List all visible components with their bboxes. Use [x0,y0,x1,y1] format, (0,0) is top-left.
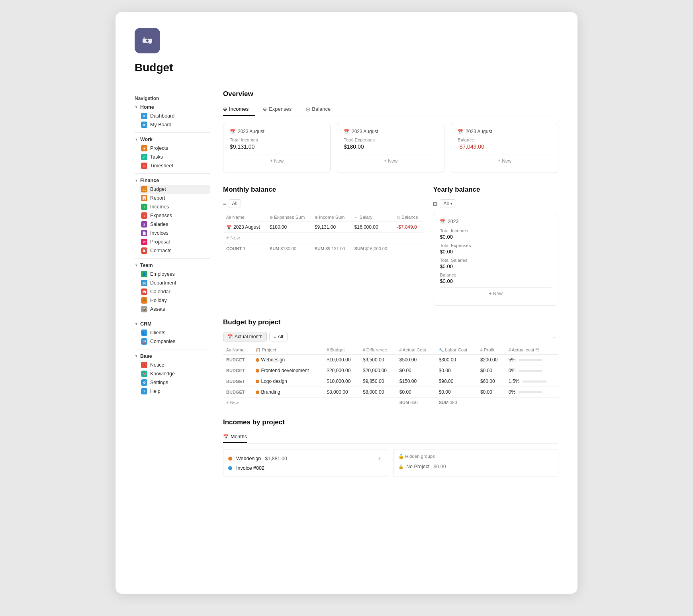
budget-project-section: Budget by project 📅 Actual month ≡ All +… [223,318,558,407]
sidebar-item-tasks[interactable]: ✓ Tasks [139,153,210,161]
tab-months[interactable]: 📅 Months [223,432,247,443]
sidebar-item-projects-label: Projects [150,145,168,151]
col-profit-header: # Profit [477,345,505,355]
col-name: AaName [223,213,266,222]
pf-empty5 [505,398,558,408]
calendar-icon: 📅 [141,288,147,295]
balance-card-new-btn[interactable]: + New [458,155,552,167]
sidebar-item-salaries[interactable]: $ Salaries [139,220,210,229]
tab-all[interactable]: ≡ All [269,332,288,341]
list-tab-icon: ≡ [274,334,276,339]
yearly-filter-btn[interactable]: All ▾ [440,199,456,208]
more-options-btn[interactable]: ··· [550,334,558,340]
expenses-card: 📅 2023 August Total Expenses $180.00 + N… [337,123,444,173]
nav-group-finance-header[interactable]: ▼ Finance [135,177,210,184]
nav-group-base-header[interactable]: ▼ Base [135,353,210,360]
sidebar-item-dashboard[interactable]: ⊞ Dashboard [139,112,210,120]
nav-group-home-header[interactable]: ▼ Home [135,104,210,111]
sidebar-item-projects[interactable]: ◈ Projects [139,144,210,153]
divider [135,173,210,174]
sidebar-item-clients[interactable]: 👥 Clients [139,328,210,337]
yearly-balance-panel: Yearly balance ⊞ All ▾ 📅 2023 [433,186,558,306]
companies-icon: 🏭 [141,338,147,345]
monthly-table-body: 📅2023 August $180.00 $9,131.00 $16,000.0… [223,222,423,243]
sidebar-item-tasks-label: Tasks [150,154,163,160]
project-table-footer: + New SUM 650 SUM 390 [223,398,558,408]
new-row-btn[interactable]: + New [223,233,423,243]
contracts-icon: 📋 [141,247,147,254]
row-project: Logo design [253,376,323,387]
pf-empty4 [477,398,505,408]
sidebar-item-timesheet[interactable]: ⏱ Timesheet [139,161,210,170]
sidebar-item-invoices[interactable]: 📄 Invoices [139,229,210,237]
sidebar-item-contracts[interactable]: 📋 Contracts [139,246,210,255]
sidebar-item-department[interactable]: 🏢 Department [139,279,210,287]
project-footer-new[interactable]: + New [223,398,253,408]
col-expenses: ⊖ Expenses Sum [266,213,311,222]
progress-bar [519,359,542,361]
sidebar-item-knowledge[interactable]: 📚 Knowledge [139,369,210,378]
overview-section: Overview ⊕ Incomes ⊖ Expenses ◎ Balance [223,90,558,173]
sidebar-item-myboard-label: My Board [150,122,172,128]
balance-tab-icon: ◎ [306,106,310,112]
sidebar-item-calendar[interactable]: 📅 Calendar [139,287,210,296]
yearly-row-value: $0.00 [440,249,552,255]
tab-balance[interactable]: ◎ Balance [306,104,337,116]
col-balance: ◎ Balance [393,213,423,222]
add-col-btn[interactable]: + [542,334,548,340]
footer-sum2: SUM $9,131.00 [311,243,351,254]
table-new-row[interactable]: + New [223,233,423,243]
sidebar-item-holiday[interactable]: 🌴 Holiday [139,296,210,305]
sidebar-item-incomes-label: Incomes [150,204,169,210]
sidebar-item-budget[interactable]: 💰 Budget [139,185,210,194]
knowledge-icon: 📚 [141,371,147,377]
row-labor-cost: $90.00 [436,376,477,387]
expenses-card-new-btn[interactable]: + New [344,155,438,167]
incomes-grid: Webdesign $1,881.00 + Invoice #002 [223,449,558,477]
tab-actual-month[interactable]: 📅 Actual month [223,332,267,341]
table-header-row: AaName ⊖ Expenses Sum ⊕ Income Sum ↔ Sal… [223,213,423,222]
row-project: Frontend development [253,365,323,376]
nav-group-crm-header[interactable]: ▼ CRM [135,320,210,328]
sidebar-item-help[interactable]: ? Help [139,387,210,396]
col-salary: ↔ Salary [351,213,393,222]
nav-group-team-header[interactable]: ▼ Team [135,262,210,269]
row-labor-cost: $0.00 [436,387,477,398]
sidebar-item-assets[interactable]: 📦 Assets [139,305,210,314]
tab-expenses[interactable]: ⊖ Expenses [263,104,298,116]
footer-empty [393,243,423,254]
pf-sum1: SUM 650 [396,398,436,408]
nav-group-work-header[interactable]: ▼ Work [135,136,210,143]
balance-card-value: -$7,049.00 [458,143,552,150]
sidebar-item-expenses[interactable]: ↓ Expenses [139,211,210,220]
incomes-card-new-btn[interactable]: + New [230,155,324,167]
filter-all-btn[interactable]: All [229,199,241,208]
sidebar-item-notice[interactable]: 📌 Notice [139,361,210,369]
row-budget: $8,000.00 [323,387,360,398]
notice-icon: 📌 [141,362,147,368]
sidebar-item-myboard[interactable]: ▦ My Board [139,120,210,129]
sidebar-item-settings[interactable]: ⚙ Settings [139,378,210,387]
sidebar-item-companies[interactable]: 🏭 Companies [139,337,210,346]
table-row: 📅2023 August $180.00 $9,131.00 $16,000.0… [223,222,423,233]
webdesign-add-btn[interactable]: + [376,455,383,462]
row-difference: $8,000.00 [360,387,396,398]
sidebar-item-expenses-label: Expenses [150,213,172,218]
incomes-card-label: Total Incomes [230,137,324,142]
row-profit: $0.00 [477,365,505,376]
calendar-icon-yr: 📅 [440,219,445,224]
tab-incomes[interactable]: ⊕ Incomes [223,104,255,116]
overview-cards: 📅 2023 August Total Incomes $9,131.00 + … [223,123,558,173]
row-difference: $20,000.00 [360,365,396,376]
sidebar-item-report[interactable]: 📊 Report [139,194,210,202]
col-budget-header: # Budget [323,345,360,355]
row-project: Branding [253,387,323,398]
sidebar-item-proposal[interactable]: ✉ Proposal [139,237,210,246]
timesheet-icon: ⏱ [141,163,147,169]
sidebar-item-help-label: Help [150,388,161,394]
sidebar-item-employees[interactable]: 👤 Employees [139,270,210,279]
sidebar-item-incomes[interactable]: ↑ Incomes [139,202,210,211]
sidebar-item-timesheet-label: Timesheet [150,163,173,169]
col-laborcost-header: 🔧 Labor Cost [436,345,477,355]
yearly-new-btn[interactable]: + New [440,287,552,300]
